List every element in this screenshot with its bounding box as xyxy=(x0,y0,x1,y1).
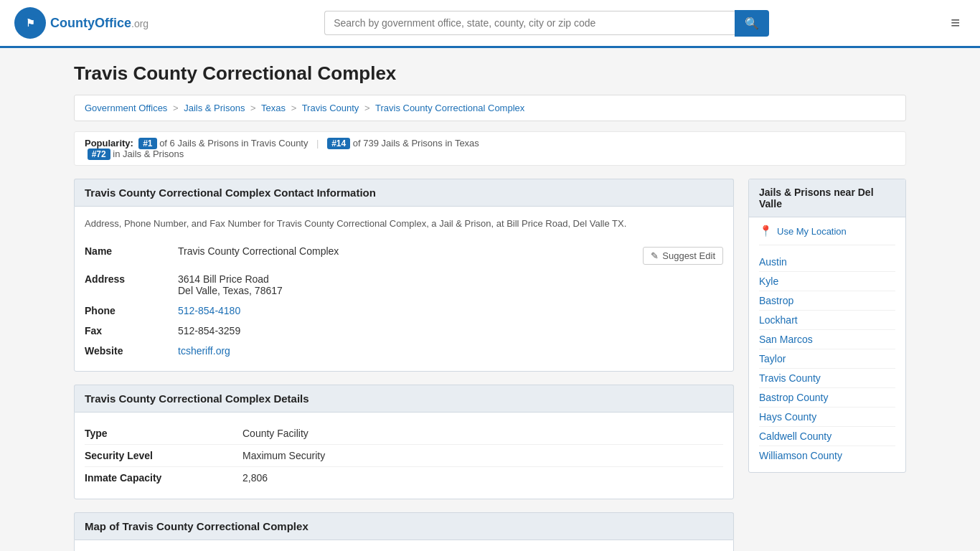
breadcrumb-government-offices[interactable]: Government Offices xyxy=(85,103,167,113)
sidebar-link-bastrop-county[interactable]: Bastrop County xyxy=(759,388,895,408)
map-section-header: Map of Travis County Correctional Comple… xyxy=(74,512,734,540)
details-section-header: Travis County Correctional Complex Detai… xyxy=(74,385,734,412)
phone-label: Phone xyxy=(85,301,178,321)
header: ⚑ CountyOffice.org 🔍 ≡ xyxy=(0,0,980,48)
popularity-badge-2: #14 xyxy=(327,138,350,149)
name-value: Travis County Correctional Complex ✎ Sug… xyxy=(178,241,723,269)
type-value: County Facility xyxy=(242,423,723,445)
details-table: Type County Facility Security Level Maxi… xyxy=(85,423,723,489)
content-layout: Travis County Correctional Complex Conta… xyxy=(74,179,906,551)
breadcrumb-jails-prisons[interactable]: Jails & Prisons xyxy=(184,103,245,113)
contact-section: Travis County Correctional Complex Conta… xyxy=(74,179,734,372)
website-value: tcsheriff.org xyxy=(178,341,723,361)
contact-name-row: Name Travis County Correctional Complex … xyxy=(85,241,723,269)
sidebar-link-taylor[interactable]: Taylor xyxy=(759,349,895,369)
sidebar: Jails & Prisons near Del Valle 📍 Use My … xyxy=(748,179,906,551)
suggest-edit-icon: ✎ xyxy=(651,250,659,261)
phone-value: 512-854-4180 xyxy=(178,301,723,321)
sidebar-link-lockhart[interactable]: Lockhart xyxy=(759,311,895,330)
popularity-badge-3: #72 xyxy=(88,149,110,160)
location-pin-icon: 📍 xyxy=(759,225,773,237)
breadcrumb: Government Offices > Jails & Prisons > T… xyxy=(74,95,906,121)
capacity-value: 2,806 xyxy=(242,466,723,489)
breadcrumb-sep-2: > xyxy=(250,103,256,113)
breadcrumb-sep-3: > xyxy=(291,103,297,113)
search-button[interactable]: 🔍 xyxy=(735,10,769,37)
breadcrumb-sep-1: > xyxy=(173,103,179,113)
breadcrumb-current[interactable]: Travis County Correctional Complex xyxy=(375,103,524,113)
contact-fax-row: Fax 512-854-3259 xyxy=(85,321,723,341)
sidebar-link-hays-county[interactable]: Hays County xyxy=(759,408,895,427)
breadcrumb-texas[interactable]: Texas xyxy=(261,103,286,113)
contact-table: Name Travis County Correctional Complex … xyxy=(85,241,723,361)
sidebar-link-caldwell-county[interactable]: Caldwell County xyxy=(759,427,895,446)
sidebar-title: Jails & Prisons near Del Valle xyxy=(749,179,905,217)
menu-button[interactable]: ≡ xyxy=(945,11,966,35)
breadcrumb-travis-county[interactable]: Travis County xyxy=(302,103,359,113)
sidebar-link-san-marcos[interactable]: San Marcos xyxy=(759,330,895,349)
sidebar-link-travis-county[interactable]: Travis County xyxy=(759,369,895,388)
suggest-edit-button[interactable]: ✎ Suggest Edit xyxy=(643,247,723,265)
popularity-text-2: of 739 Jails & Prisons in Texas xyxy=(353,138,479,149)
details-capacity-row: Inmate Capacity 2,806 xyxy=(85,466,723,489)
popularity-badge-1: #1 xyxy=(138,138,156,149)
sidebar-link-kyle[interactable]: Kyle xyxy=(759,272,895,291)
sidebar-link-williamson-county[interactable]: Williamson County xyxy=(759,446,895,465)
website-link[interactable]: tcsheriff.org xyxy=(178,345,230,357)
fax-label: Fax xyxy=(85,321,178,341)
details-section-body: Type County Facility Security Level Maxi… xyxy=(74,412,734,499)
details-security-row: Security Level Maximum Security xyxy=(85,444,723,466)
address-value: 3614 Bill Price Road Del Valle, Texas, 7… xyxy=(178,269,723,301)
header-right: ≡ xyxy=(945,11,966,35)
security-value: Maximum Security xyxy=(242,444,723,466)
map-section-body: View map of Travis County Correctional C… xyxy=(74,540,734,552)
security-label: Security Level xyxy=(85,444,242,466)
menu-icon: ≡ xyxy=(951,14,960,32)
main-content: Travis County Correctional Complex Conta… xyxy=(74,179,734,551)
sidebar-body: 📍 Use My Location Austin Kyle Bastrop Lo… xyxy=(749,217,905,472)
details-type-row: Type County Facility xyxy=(85,423,723,445)
logo-area: ⚑ CountyOffice.org xyxy=(14,7,149,39)
type-label: Type xyxy=(85,423,242,445)
map-section: Map of Travis County Correctional Comple… xyxy=(74,512,734,552)
logo-text: CountyOffice.org xyxy=(50,16,149,31)
name-label: Name xyxy=(85,241,178,269)
contact-phone-row: Phone 512-854-4180 xyxy=(85,301,723,321)
fax-value: 512-854-3259 xyxy=(178,321,723,341)
contact-description: Address, Phone Number, and Fax Number fo… xyxy=(85,217,723,231)
search-input[interactable] xyxy=(324,11,735,35)
search-icon: 🔍 xyxy=(745,17,759,29)
popularity-text-3: in Jails & Prisons xyxy=(113,149,184,159)
website-label: Website xyxy=(85,341,178,361)
main-container: Travis County Correctional Complex Gover… xyxy=(60,48,920,551)
sidebar-link-austin[interactable]: Austin xyxy=(759,253,895,272)
address-label: Address xyxy=(85,269,178,301)
contact-address-row: Address 3614 Bill Price Road Del Valle, … xyxy=(85,269,723,301)
breadcrumb-sep-4: > xyxy=(364,103,370,113)
sidebar-link-bastrop[interactable]: Bastrop xyxy=(759,291,895,311)
logo-icon: ⚑ xyxy=(14,7,46,39)
sidebar-box: Jails & Prisons near Del Valle 📍 Use My … xyxy=(748,179,906,473)
popularity-text-1: of 6 Jails & Prisons in Travis County xyxy=(159,138,308,149)
use-location-link[interactable]: 📍 Use My Location xyxy=(759,225,895,245)
details-section: Travis County Correctional Complex Detai… xyxy=(74,385,734,499)
contact-website-row: Website tcsheriff.org xyxy=(85,341,723,361)
svg-text:⚑: ⚑ xyxy=(26,17,35,29)
popularity-bar: Popularity: #1 of 6 Jails & Prisons in T… xyxy=(74,131,906,166)
capacity-label: Inmate Capacity xyxy=(85,466,242,489)
phone-link[interactable]: 512-854-4180 xyxy=(178,305,240,316)
search-area: 🔍 xyxy=(324,10,769,37)
popularity-label: Popularity: xyxy=(85,138,133,149)
page-title: Travis County Correctional Complex xyxy=(74,62,906,85)
contact-section-header: Travis County Correctional Complex Conta… xyxy=(74,179,734,206)
contact-section-body: Address, Phone Number, and Fax Number fo… xyxy=(74,206,734,372)
